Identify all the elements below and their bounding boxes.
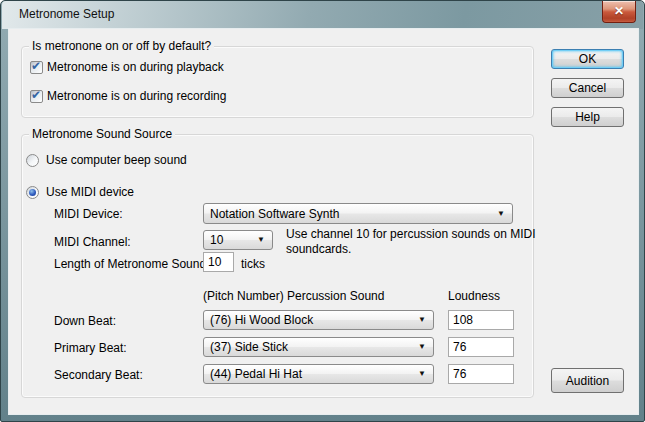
recording-checkbox-label: Metronome is on during recording bbox=[47, 90, 226, 103]
percussion-sound-header: (Pitch Number) Percussion Sound bbox=[203, 289, 384, 303]
secondary-beat-sound-dropdown[interactable]: (44) Pedal Hi Hat ▼ bbox=[203, 364, 434, 384]
chevron-down-icon: ▼ bbox=[418, 315, 426, 325]
midi-channel-note: Use channel 10 for percussion sounds on … bbox=[286, 227, 544, 257]
midi-channel-value: 10 bbox=[210, 231, 223, 250]
secondary-beat-label: Secondary Beat: bbox=[54, 368, 143, 382]
length-unit-label: ticks bbox=[241, 257, 265, 271]
primary-beat-sound-dropdown[interactable]: (37) Side Stick ▼ bbox=[203, 337, 434, 357]
ok-button[interactable]: OK bbox=[551, 49, 624, 69]
length-label: Length of Metronome Sound: bbox=[54, 257, 209, 271]
midi-channel-label: MIDI Channel: bbox=[54, 235, 131, 249]
sound-source-group-title: Metronome Sound Source bbox=[29, 127, 175, 142]
title-bar[interactable]: Metronome Setup ✕ bbox=[2, 1, 643, 29]
close-button[interactable]: ✕ bbox=[602, 1, 636, 23]
chevron-down-icon: ▼ bbox=[257, 235, 265, 245]
midi-device-radio-label: Use MIDI device bbox=[46, 186, 134, 199]
chevron-down-icon: ▼ bbox=[418, 342, 426, 352]
secondary-beat-sound-value: (44) Pedal Hi Hat bbox=[210, 365, 302, 384]
primary-beat-label: Primary Beat: bbox=[54, 341, 127, 355]
window-title: Metronome Setup bbox=[19, 1, 114, 28]
down-beat-sound-dropdown[interactable]: (76) Hi Wood Block ▼ bbox=[203, 310, 434, 330]
help-button[interactable]: Help bbox=[551, 107, 624, 127]
midi-device-radio[interactable] bbox=[26, 186, 39, 199]
recording-checkbox[interactable]: ✔ bbox=[30, 90, 43, 103]
down-beat-loudness-input[interactable] bbox=[448, 310, 514, 330]
midi-device-value: Notation Software Synth bbox=[210, 204, 339, 224]
primary-beat-loudness-input[interactable] bbox=[448, 337, 514, 357]
audition-button[interactable]: Audition bbox=[551, 368, 624, 393]
down-beat-label: Down Beat: bbox=[54, 314, 116, 328]
checkmark-icon: ✔ bbox=[31, 59, 41, 73]
playback-checkbox[interactable]: ✔ bbox=[30, 61, 43, 74]
radio-selected-dot bbox=[29, 189, 36, 196]
midi-device-dropdown[interactable]: Notation Software Synth ▼ bbox=[203, 203, 513, 224]
midi-channel-dropdown[interactable]: 10 ▼ bbox=[203, 230, 273, 250]
beep-sound-radio[interactable] bbox=[26, 154, 39, 167]
checkmark-icon: ✔ bbox=[31, 88, 41, 102]
chevron-down-icon: ▼ bbox=[497, 209, 505, 219]
default-group-title: Is metronone on or off by default? bbox=[29, 39, 214, 54]
down-beat-sound-value: (76) Hi Wood Block bbox=[210, 311, 313, 330]
secondary-beat-loudness-input[interactable] bbox=[448, 364, 514, 384]
close-icon: ✕ bbox=[614, 4, 624, 18]
midi-device-label: MIDI Device: bbox=[54, 207, 123, 221]
beep-sound-radio-label: Use computer beep sound bbox=[46, 154, 187, 167]
metronome-setup-dialog: Metronome Setup ✕ Is metronone on or off… bbox=[0, 0, 645, 422]
playback-checkbox-label: Metronome is on during playback bbox=[47, 61, 224, 74]
loudness-header: Loudness bbox=[448, 289, 500, 303]
chevron-down-icon: ▼ bbox=[418, 369, 426, 379]
default-group-box: Is metronone on or off by default? bbox=[21, 46, 534, 118]
length-input[interactable] bbox=[203, 252, 234, 272]
primary-beat-sound-value: (37) Side Stick bbox=[210, 338, 288, 357]
cancel-button[interactable]: Cancel bbox=[551, 78, 624, 98]
